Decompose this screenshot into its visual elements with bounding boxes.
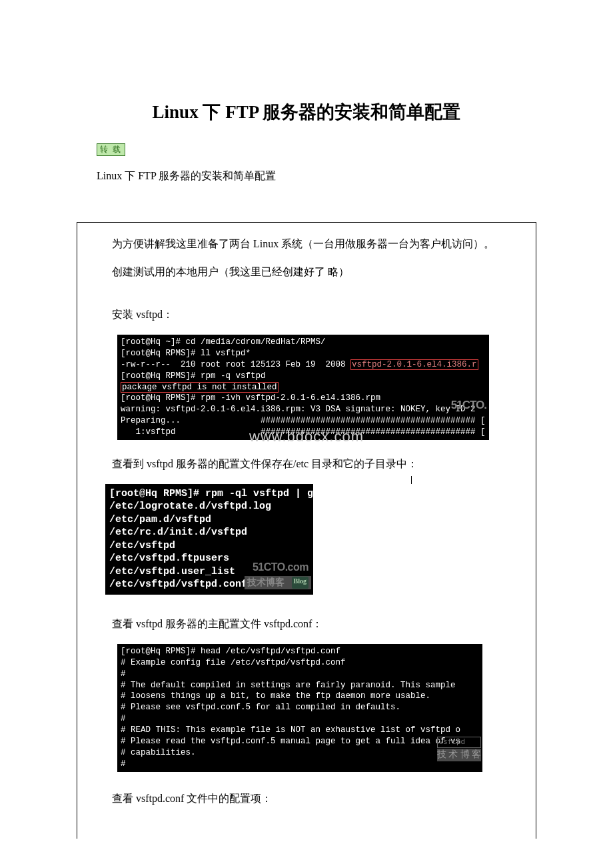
intro-text: Linux 下 FTP 服务器的安装和简单配置 — [97, 169, 516, 183]
terminal-conf-head: [root@Hq RPMS]# head /etc/vsftpd/vsftpd.… — [117, 644, 482, 772]
paragraph-6: 查看 vsftpd.conf 文件中的配置项： — [91, 791, 522, 807]
watermark-block: 51CTO.com技术博客Blog — [245, 561, 311, 593]
terminal-config-files: [root@Hq RPMS]# rpm -ql vsftpd | grep et… — [105, 484, 313, 595]
paragraph-5: 查看 vsftpd 服务器的主配置文件 vsftpd.conf： — [91, 616, 522, 632]
page-title: Linux 下 FTP 服务器的安装和简单配置 — [97, 100, 516, 124]
watermark-51cto-icon: 51CTO. — [451, 398, 486, 413]
terminal-install: [root@Hq ~]# cd /media/cdrom/RedHat/RPMS… — [117, 335, 489, 440]
paragraph-2: 创建测试用的本地用户（我这里已经创建好了 略） — [91, 264, 522, 280]
paragraph-4: 查看到 vsftpd 服务器的配置文件保存在/etc 目录和它的子目录中： — [91, 456, 522, 472]
divider-icon — [411, 476, 412, 484]
repost-badge: 转 载 — [97, 143, 125, 156]
paragraph-1: 为方便讲解我这里准备了两台 Linux 系统（一台用做服务器一台为客户机访问）。 — [91, 236, 522, 252]
paragraph-3: 安装 vsftpd： — [91, 307, 522, 323]
watermark-t3: vsftpd技 术 博 客 — [437, 737, 482, 761]
article-body: 为方便讲解我这里准备了两台 Linux 系统（一台用做服务器一台为客户机访问）。… — [77, 222, 536, 839]
